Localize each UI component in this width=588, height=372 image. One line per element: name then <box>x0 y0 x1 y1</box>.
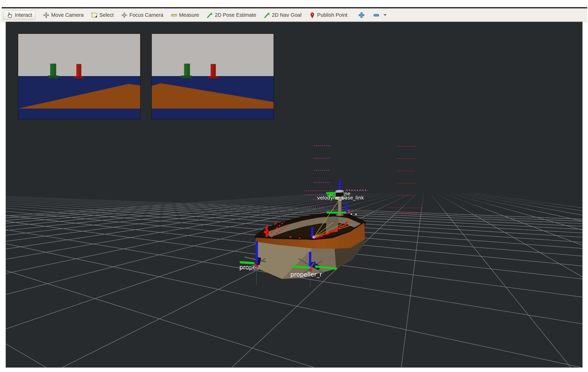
interact-tool-button[interactable]: Interact <box>3 10 35 20</box>
measure-icon <box>171 12 177 18</box>
select-icon <box>91 12 98 18</box>
focus-camera-tool[interactable]: Focus Camera <box>121 12 163 18</box>
tool-dropdown-caret-icon[interactable] <box>383 14 387 16</box>
green-buoy <box>184 64 190 77</box>
pose-estimate-label: 2D Pose Estimate <box>215 12 256 18</box>
red-buoy-base <box>74 76 84 78</box>
focus-camera-label: Focus Camera <box>129 12 163 18</box>
plus-icon <box>358 12 365 18</box>
green-buoy <box>50 64 56 77</box>
2d-pose-estimate-arrow-icon <box>207 12 213 18</box>
red-buoy <box>211 64 216 77</box>
green-buoy-base <box>181 76 192 78</box>
focus-camera-icon <box>121 12 127 18</box>
measure-tool[interactable]: Measure <box>171 12 199 18</box>
white-scan-specks <box>351 213 357 215</box>
measure-label: Measure <box>179 12 199 18</box>
red-buoy-base <box>208 76 219 78</box>
tf-label-velodyne-base-link: velodyne_base_link <box>317 195 364 201</box>
3d-viewport[interactable]: propell <box>6 22 582 367</box>
red-buoy <box>76 64 82 77</box>
lidar-point-cloud-rings <box>304 146 424 213</box>
tf-label-propeller-right: propeller_r <box>290 271 322 278</box>
interact-label: Interact <box>15 12 32 18</box>
publish-point-pin-icon <box>309 12 315 18</box>
select-tool[interactable]: Select <box>91 12 114 18</box>
nav-goal-label: 2D Nav Goal <box>272 12 302 18</box>
move-camera-tool[interactable]: Move Camera <box>43 12 84 18</box>
toolbar: Interact Move Camera Select <box>1 8 587 22</box>
move-camera-label: Move Camera <box>51 12 84 18</box>
remove-tool-button[interactable] <box>373 12 387 18</box>
publish-point-tool[interactable]: Publish Point <box>309 12 347 18</box>
2d-nav-goal-arrow-icon <box>264 12 270 18</box>
select-label: Select <box>99 12 114 18</box>
nav-goal-tool[interactable]: 2D Nav Goal <box>264 12 302 18</box>
camera-view-right <box>151 33 274 119</box>
rviz-window: Interact Move Camera Select <box>0 0 588 372</box>
camera-view-left <box>18 33 141 119</box>
menubar-edge <box>2 7 587 8</box>
minus-icon <box>373 12 379 18</box>
move-camera-icon <box>43 12 49 18</box>
scan-left-blob <box>266 227 268 236</box>
green-buoy-base <box>48 76 59 78</box>
hand-interact-icon <box>7 12 13 18</box>
pose-estimate-tool[interactable]: 2D Pose Estimate <box>207 12 256 18</box>
add-tool-button[interactable] <box>358 12 365 18</box>
publish-point-label: Publish Point <box>317 12 347 18</box>
